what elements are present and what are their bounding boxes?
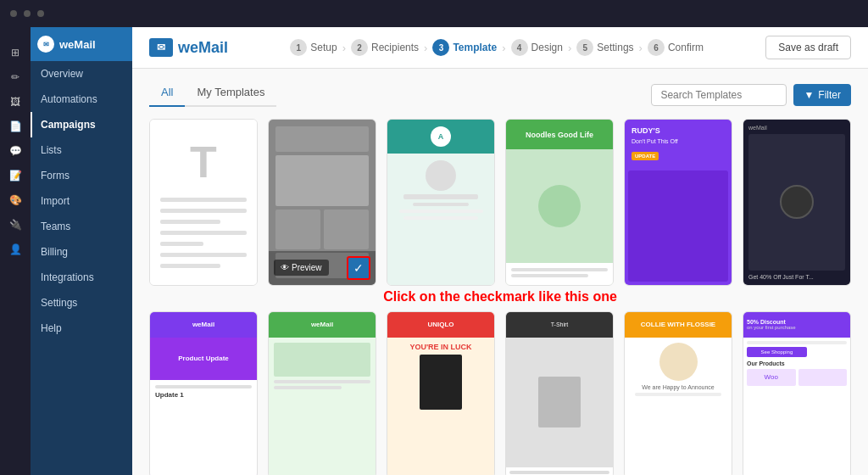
wp-nav-posts[interactable]: ✏	[3, 65, 27, 89]
tshirt-footer	[506, 467, 613, 475]
gray-block-1	[275, 126, 369, 152]
sidebar-item-import[interactable]: Import	[31, 188, 132, 214]
woo-bg: 50% Discount on your first purchase See …	[743, 312, 850, 475]
template-card-text[interactable]: T	[149, 119, 258, 286]
wemail-green-line2	[274, 386, 342, 389]
watch-bg: weMail Get 40% Off Just For T...	[743, 120, 850, 285]
tab-all[interactable]: All	[149, 82, 185, 107]
sidebar-item-billing[interactable]: Billing	[31, 239, 132, 265]
woo-discount-sub: on your first purchase	[747, 325, 847, 330]
sidebar-item-help[interactable]: Help	[31, 316, 132, 341]
appsero-name	[403, 194, 478, 199]
woo-discount-text: 50% Discount	[747, 319, 847, 325]
template-card-luck[interactable]: UNIQLO YOU'RE IN LUCK	[387, 311, 495, 475]
sidebar-item-campaigns[interactable]: Campaigns	[31, 112, 132, 137]
top-bar-icons	[10, 10, 44, 17]
wizard-sep-1: ›	[342, 42, 346, 54]
step-label-6: Confirm	[668, 42, 704, 53]
template-grid-row2: weMail Product Update Update 1	[149, 311, 851, 475]
template-card-wemail-green[interactable]: weMail	[268, 311, 376, 475]
wizard-step-4[interactable]: 4 Design	[511, 39, 563, 56]
gray-col-1	[275, 210, 320, 249]
collie-body: We are Happy to Announce	[625, 338, 732, 475]
wemail-green-header-text: weMail	[311, 321, 333, 328]
plugin-sidebar-title: weMail	[59, 38, 96, 51]
luck-product	[420, 355, 462, 410]
wp-nav-appearance[interactable]: 🎨	[3, 188, 27, 212]
woo-product-1: Woo	[747, 369, 796, 386]
sidebar-item-automations[interactable]: Automations	[31, 87, 132, 112]
save-draft-button[interactable]: Save as draft	[765, 36, 851, 59]
wp-nav-users[interactable]: 👤	[3, 238, 27, 261]
collie-header: COLLIE WITH FLOSSIE	[625, 312, 732, 338]
step-label-4: Design	[531, 42, 563, 53]
wizard-step-1[interactable]: 1 Setup	[290, 39, 337, 56]
woo-products-label: Our Products	[747, 360, 847, 366]
woo-line1	[747, 341, 847, 344]
checkmark-button[interactable]: ✓	[347, 256, 370, 280]
wizard-sep-5: ›	[639, 42, 643, 54]
luck-header-text: UNIQLO	[427, 321, 453, 328]
wemail-green-image	[274, 343, 370, 377]
woo-btn-text: See Shopping	[761, 349, 793, 355]
logo-text: weMail	[178, 39, 228, 57]
tab-my-templates[interactable]: My Templates	[185, 82, 276, 107]
sidebar-item-lists[interactable]: Lists	[31, 137, 132, 163]
watch-header-text: weMail	[748, 125, 845, 131]
gray-row-1	[275, 210, 369, 249]
rudys-bg: RUDY'S Don't Put This Off UPDATE	[625, 120, 732, 285]
template-grid-row1-wrapper: T	[149, 119, 851, 286]
template-card-tshirt[interactable]: T-Shirt	[505, 311, 614, 475]
wp-nav-comments[interactable]: 💬	[3, 139, 27, 163]
step-label-2: Recipients	[371, 42, 419, 53]
wemail-logo-icon: ✉	[37, 36, 54, 53]
rudys-btn: UPDATE	[632, 152, 659, 160]
wizard-step-2[interactable]: 2 Recipients	[351, 39, 419, 56]
sidebar-item-integrations[interactable]: Integrations	[31, 265, 132, 290]
wp-nav-media[interactable]: 🖼	[3, 90, 27, 114]
top-bar-dot-1	[10, 10, 17, 17]
template-card-appsero[interactable]: A	[387, 119, 495, 286]
product-banner: Product Update	[150, 338, 257, 380]
sidebar-item-settings[interactable]: Settings	[31, 290, 132, 316]
wizard-step-6[interactable]: 6 Confirm	[648, 39, 704, 56]
wp-nav-forms[interactable]: 📝	[3, 164, 27, 187]
template-card-food[interactable]: Noodles Good Life	[505, 119, 614, 286]
template-card-product-update[interactable]: weMail Product Update Update 1	[149, 311, 258, 475]
preview-button[interactable]: 👁 Preview	[274, 260, 329, 276]
wp-nav-pages[interactable]: 📄	[3, 115, 27, 138]
sidebar-item-overview[interactable]: Overview	[31, 61, 132, 87]
filter-button[interactable]: ▼ Filter	[793, 84, 851, 106]
product-update-bg: weMail Product Update Update 1	[150, 312, 257, 475]
woo-body: See Shopping Our Products Woo	[743, 338, 850, 475]
appsero-bg: A	[387, 120, 494, 285]
rudys-tagline: Don't Put This Off	[632, 138, 725, 144]
template-card-gray[interactable]: 👁 Preview ✓	[268, 119, 376, 286]
template-card-collie[interactable]: COLLIE WITH FLOSSIE We are Happy to Anno…	[624, 311, 732, 475]
template-card-watch[interactable]: weMail Get 40% Off Just For T...	[743, 119, 851, 286]
sidebar-item-forms[interactable]: Forms	[31, 163, 132, 188]
sidebar-item-teams[interactable]: Teams	[31, 214, 132, 239]
wp-sidebar: ⊞ ✏ 🖼 📄 💬 📝 🎨 🔌 👤	[0, 27, 31, 475]
wizard-sep-3: ›	[502, 42, 505, 54]
main-content: ✉ weMail 1 Setup › 2 Recipients › 3 Temp…	[132, 27, 868, 475]
wp-nav-dashboard[interactable]: ⊞	[3, 41, 27, 64]
appsero-line1	[399, 210, 483, 213]
template-card-woo[interactable]: 50% Discount on your first purchase See …	[743, 311, 851, 475]
line5	[160, 242, 203, 246]
wp-nav-plugins[interactable]: 🔌	[3, 213, 27, 237]
appsero-title	[413, 203, 469, 206]
wizard-step-3[interactable]: 3 Template	[432, 39, 497, 56]
template-card-rudys[interactable]: RUDY'S Don't Put This Off UPDATE	[624, 119, 732, 286]
template-t-letter: T	[160, 137, 247, 187]
collie-announce: We are Happy to Announce	[642, 384, 714, 390]
app-layout: ⊞ ✏ 🖼 📄 💬 📝 🎨 🔌 👤 ✉ weMail Overview Auto…	[0, 27, 868, 475]
product-header: weMail	[150, 312, 257, 338]
woo-product-2	[798, 369, 848, 386]
tshirt-header-text: T-Shirt	[551, 321, 569, 327]
search-filter: ▼ Filter	[651, 84, 851, 106]
watch-image-area	[748, 134, 845, 271]
rudys-header: RUDY'S Don't Put This Off UPDATE	[625, 120, 732, 167]
search-input[interactable]	[651, 84, 787, 106]
wizard-step-5[interactable]: 5 Settings	[576, 39, 633, 56]
